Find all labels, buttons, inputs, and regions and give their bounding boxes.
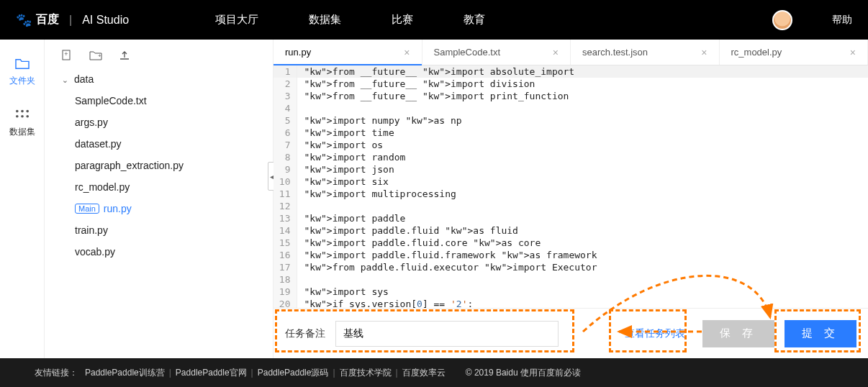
upload-icon[interactable] (118, 50, 131, 61)
footer-link[interactable]: 百度技术学院 (340, 368, 392, 378)
tab-close-icon[interactable]: × (850, 47, 856, 58)
task-remark-input[interactable] (335, 321, 559, 347)
svg-point-1 (21, 110, 24, 113)
code-line[interactable]: "kw">import sys (297, 286, 868, 298)
nav-competition[interactable]: 比赛 (392, 13, 413, 27)
code-line[interactable]: "kw">import time (297, 127, 868, 139)
code-line[interactable]: "kw">from __future__ "kw">import print_f… (297, 90, 868, 102)
editor-area: ◂ run.py×SampleCode.txt×search.test.json… (273, 40, 868, 358)
brand-cn: 百度 (36, 12, 59, 27)
code-line[interactable] (297, 273, 868, 286)
left-rail: 文件夹 数据集 (0, 40, 45, 358)
action-bar: 任务备注 查看任务列表 保 存 提 交 (273, 308, 868, 358)
tab-close-icon[interactable]: × (404, 47, 410, 58)
tab-search-test-json[interactable]: search.test.json× (571, 40, 720, 65)
footer-link[interactable]: PaddlePaddle训练营 (85, 368, 165, 378)
view-task-list-link[interactable]: 查看任务列表 (618, 327, 692, 340)
code-line[interactable]: "kw">import numpy "kw">as np (297, 114, 868, 127)
dataset-icon (14, 109, 30, 122)
code-line[interactable] (297, 102, 868, 114)
code-line[interactable]: "kw">import paddle (297, 212, 868, 224)
save-button[interactable]: 保 存 (702, 320, 774, 347)
tree-file-run-py[interactable]: Mainrun.py (56, 198, 273, 219)
tree-file-args-py[interactable]: args.py (56, 111, 273, 133)
submit-button[interactable]: 提 交 (785, 320, 856, 347)
task-remark-label: 任务备注 (285, 327, 325, 340)
code-line[interactable]: "kw">import multiprocessing (297, 188, 868, 200)
svg-point-0 (16, 110, 19, 113)
new-file-icon[interactable]: + (60, 50, 73, 61)
code-line[interactable]: "kw">from __future__ "kw">import divisio… (297, 78, 868, 90)
brand-en: AI Studio (82, 14, 129, 27)
editor-tabs: run.py×SampleCode.txt×search.test.json×r… (273, 40, 868, 65)
code-line[interactable]: "kw">import paddle.fluid.core "kw">as co… (297, 237, 868, 249)
svg-point-2 (26, 110, 29, 113)
tree-file-train-py[interactable]: train.py (56, 219, 273, 241)
nav-education[interactable]: 教育 (464, 13, 485, 27)
code-line[interactable]: "kw">from __future__ "kw">import absolut… (297, 65, 868, 78)
nav-lobby[interactable]: 项目大厅 (215, 13, 258, 27)
code-line[interactable]: "kw">from paddle.fluid.executor "kw">imp… (297, 261, 868, 273)
help-link[interactable]: 帮助 (832, 14, 852, 27)
code-line[interactable]: "kw">import six (297, 176, 868, 188)
tree-file-vocab-py[interactable]: vocab.py (56, 241, 273, 263)
main-badge: Main (75, 204, 99, 214)
rail-datasets[interactable]: 数据集 (9, 109, 35, 138)
rail-files-label: 文件夹 (9, 75, 35, 87)
baidu-paw-icon: 🐾 (16, 12, 32, 28)
footer-lead: 友情链接： (35, 367, 78, 379)
svg-text:+: + (64, 50, 68, 58)
svg-text:+: + (98, 53, 101, 59)
code-line[interactable]: "kw">import os (297, 139, 868, 151)
svg-point-4 (21, 115, 24, 118)
footer-link[interactable]: 百度效率云 (402, 368, 446, 378)
code-line[interactable]: "kw">import random (297, 151, 868, 163)
tab-rc_model-py[interactable]: rc_model.py× (720, 40, 869, 65)
tab-run-py[interactable]: run.py× (273, 40, 422, 65)
svg-point-3 (16, 115, 19, 118)
workspace: 文件夹 数据集 + + data SampleCode.txtargs.pyda… (0, 40, 868, 358)
tree-file-paragraph_extraction-py[interactable]: paragraph_extraction.py (56, 155, 273, 176)
rail-files[interactable]: 文件夹 (9, 58, 35, 87)
code-line[interactable] (297, 200, 868, 212)
code-line[interactable]: "kw">if sys.version[0] == '2': (297, 298, 868, 308)
footer-copyright: © 2019 Baidu 使用百度前必读 (466, 367, 581, 379)
new-folder-icon[interactable]: + (89, 50, 102, 61)
tab-close-icon[interactable]: × (553, 47, 559, 58)
brand-separator: | (69, 14, 72, 27)
code-line[interactable]: "kw">import paddle.fluid "kw">as fluid (297, 224, 868, 237)
code-line[interactable]: "kw">import paddle.fluid.framework "kw">… (297, 249, 868, 261)
main-nav: 项目大厅 数据集 比赛 教育 (215, 13, 485, 27)
footer-link[interactable]: PaddlePaddle官网 (176, 368, 247, 378)
code-editor[interactable]: 1"kw">from __future__ "kw">import absolu… (273, 65, 868, 308)
tree-file-dataset-py[interactable]: dataset.py (56, 133, 273, 155)
nav-datasets[interactable]: 数据集 (309, 13, 341, 27)
rail-datasets-label: 数据集 (9, 126, 35, 138)
avatar[interactable] (772, 10, 792, 30)
file-panel: + + data SampleCode.txtargs.pydataset.py… (45, 40, 273, 358)
file-toolbar: + + (45, 47, 273, 68)
tab-SampleCode-txt[interactable]: SampleCode.txt× (422, 40, 571, 65)
footer-link[interactable]: PaddlePaddle源码 (258, 368, 329, 378)
tab-close-icon[interactable]: × (701, 47, 707, 58)
folder-icon (14, 58, 30, 70)
footer: 友情链接： PaddlePaddle训练营|PaddlePaddle官网|Pad… (0, 358, 868, 387)
logo[interactable]: 🐾 百度 | AI Studio (16, 12, 129, 28)
tree-file-SampleCode-txt[interactable]: SampleCode.txt (56, 90, 273, 111)
tree-folder-data[interactable]: data (56, 68, 273, 90)
file-tree: data SampleCode.txtargs.pydataset.pypara… (45, 68, 273, 263)
code-line[interactable]: "kw">import json (297, 163, 868, 176)
svg-point-5 (26, 115, 29, 118)
tree-file-rc_model-py[interactable]: rc_model.py (56, 176, 273, 198)
top-nav: 🐾 百度 | AI Studio 项目大厅 数据集 比赛 教育 帮助 (0, 0, 868, 40)
